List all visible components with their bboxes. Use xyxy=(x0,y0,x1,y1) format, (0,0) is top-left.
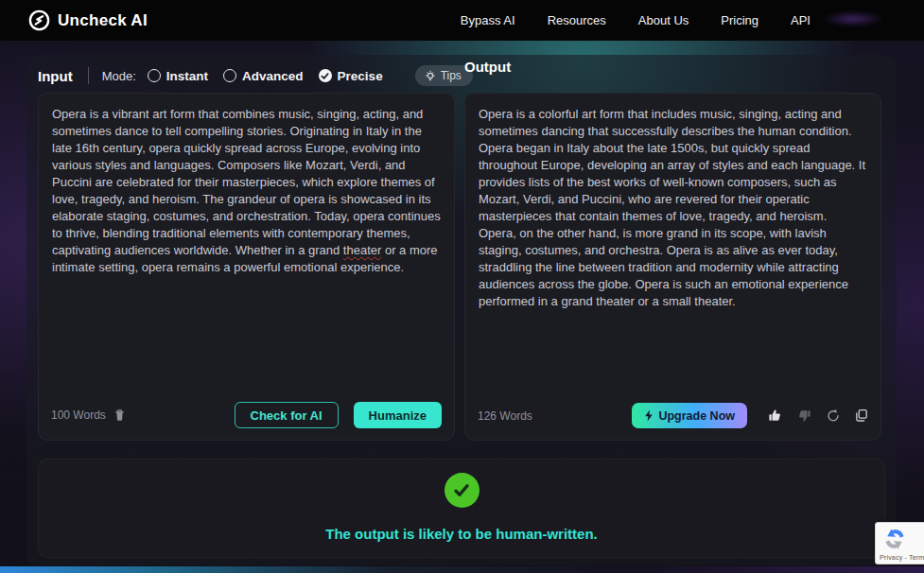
lightning-bolt-icon xyxy=(644,409,654,422)
uncheck-logo-icon xyxy=(28,9,50,31)
mode-option-label: Advanced xyxy=(242,69,304,83)
detection-result-message: The output is likely to be human-written… xyxy=(325,526,598,542)
mode-label: Mode: xyxy=(102,69,136,83)
upgrade-label: Upgrade Now xyxy=(658,409,735,423)
input-footer: 100 Words Check for AI Humanize xyxy=(39,402,454,440)
copy-button[interactable] xyxy=(855,408,868,423)
nav-item-api[interactable]: API xyxy=(791,13,811,27)
output-textarea[interactable]: Opera is a colorful art form that includ… xyxy=(465,94,880,403)
main-card: Input Mode: Instant Advanced Precise Tip… xyxy=(26,55,897,565)
output-title: Output xyxy=(464,59,511,75)
bottom-gradient-strip xyxy=(0,566,924,573)
recaptcha-icon xyxy=(881,526,908,552)
mode-option-instant[interactable]: Instant xyxy=(148,69,208,83)
brand-name: Uncheck AI xyxy=(58,11,148,30)
top-nav: Uncheck AI Bypass AI Resources About Us … xyxy=(0,0,924,41)
input-title: Input xyxy=(38,68,73,84)
nav-item-resources[interactable]: Resources xyxy=(548,13,606,27)
mode-option-advanced[interactable]: Advanced xyxy=(223,69,304,83)
input-textarea[interactable]: Opera is a vibrant art form that combine… xyxy=(39,94,454,402)
trash-icon xyxy=(113,408,126,422)
output-action-icons xyxy=(768,408,868,423)
regenerate-button[interactable] xyxy=(827,408,840,423)
upgrade-now-button[interactable]: Upgrade Now xyxy=(632,403,747,428)
nav-decorative-glow xyxy=(822,11,884,26)
mode-option-precise[interactable]: Precise xyxy=(319,69,383,83)
nav-item-bypass-ai[interactable]: Bypass AI xyxy=(461,13,515,27)
refresh-icon xyxy=(827,408,840,423)
radio-checked-icon xyxy=(319,69,332,82)
success-check-icon xyxy=(445,473,479,508)
lightbulb-icon xyxy=(425,70,436,82)
nav-item-about-us[interactable]: About Us xyxy=(638,13,689,27)
output-header-row: Output xyxy=(464,55,885,78)
input-word-count: 100 Words xyxy=(51,408,106,422)
input-panel: Opera is a vibrant art form that combine… xyxy=(38,93,455,441)
nav-item-pricing[interactable]: Pricing xyxy=(721,13,758,27)
mode-option-label: Instant xyxy=(166,69,208,83)
mode-option-label: Precise xyxy=(338,69,383,83)
thumbs-up-button[interactable] xyxy=(768,408,782,423)
radio-unchecked-icon xyxy=(223,69,236,82)
humanize-button[interactable]: Humanize xyxy=(354,402,442,428)
header-divider xyxy=(88,67,89,84)
tips-label: Tips xyxy=(441,69,462,82)
radio-unchecked-icon xyxy=(148,69,161,82)
copy-icon xyxy=(855,408,868,423)
nav-links: Bypass AI Resources About Us Pricing API xyxy=(461,13,811,27)
output-word-count: 126 Words xyxy=(478,409,532,423)
recaptcha-badge[interactable]: Privacy - Terms xyxy=(875,522,924,564)
output-footer: 126 Words Upgrade Now xyxy=(465,403,880,440)
clear-text-button[interactable] xyxy=(113,408,126,422)
input-text-before: Opera is a vibrant art form that combine… xyxy=(52,107,444,257)
input-misspelled-word: theater xyxy=(343,243,381,257)
recaptcha-privacy-terms[interactable]: Privacy - Terms xyxy=(880,554,924,561)
detection-result-box: The output is likely to be human-written… xyxy=(38,459,885,558)
check-for-ai-button[interactable]: Check for AI xyxy=(235,402,339,428)
thumbs-up-icon xyxy=(768,408,782,423)
brand[interactable]: Uncheck AI xyxy=(28,9,148,31)
output-panel: Opera is a colorful art form that includ… xyxy=(464,93,881,441)
thumbs-down-button[interactable] xyxy=(797,408,811,423)
thumbs-down-icon xyxy=(797,408,811,423)
